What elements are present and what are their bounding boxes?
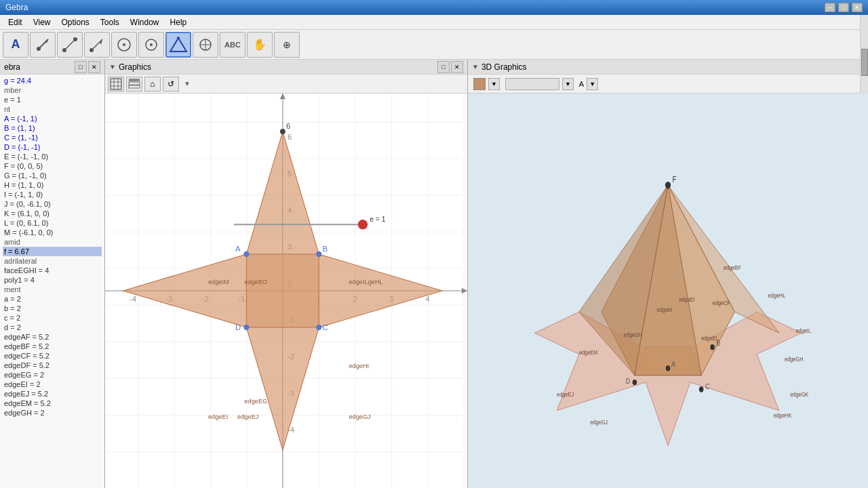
svg-text:F: F: [673, 175, 677, 184]
maximize-button[interactable]: □: [838, 3, 849, 12]
tool-conic[interactable]: [138, 32, 164, 58]
algebra-item: edgeDF = 5.2: [3, 361, 102, 370]
close-button[interactable]: ✕: [852, 3, 863, 12]
graphics-grid-button[interactable]: [108, 77, 124, 92]
algebra-item: edgeBF = 5.2: [3, 342, 102, 351]
style-dropdown[interactable]: [505, 78, 559, 90]
svg-point-51: [243, 251, 249, 257]
svg-point-80: [665, 182, 671, 188]
svg-text:edgeEI: edgeEI: [208, 413, 228, 420]
svg-point-14: [177, 37, 180, 39]
algebra-header: ebra □ ✕: [0, 60, 104, 75]
algebra-item: G = (1, -1, 0): [3, 171, 102, 180]
tool-transform[interactable]: [193, 32, 218, 58]
menu-help[interactable]: Help: [165, 16, 193, 28]
graphics-restore-button[interactable]: □: [437, 61, 450, 73]
graphics-toolbar: ⌂ ↺ ▼: [105, 75, 467, 94]
algebra-item: H = (1, 1, 0): [3, 180, 102, 190]
graphics-title: Graphics: [119, 62, 151, 72]
svg-point-70: [280, 129, 285, 134]
menu-view[interactable]: View: [28, 16, 56, 28]
svg-text:edgeEG: edgeEG: [244, 398, 267, 405]
algebra-item: g = 24.4: [3, 76, 102, 85]
toolbar: A ABC ✋ ⊕: [0, 30, 868, 60]
svg-point-84: [710, 344, 715, 350]
svg-rect-18: [111, 79, 121, 89]
tool-extra[interactable]: ⊕: [274, 32, 300, 58]
graphics-canvas[interactable]: 4 3 2 1 -1 -2 -3 -4 6 5 4 3 2 -: [105, 94, 467, 488]
algebra-item: poly1 = 4: [3, 275, 102, 285]
graphics3d-canvas[interactable]: F A B C D: [468, 94, 868, 488]
algebra-item: f = 6.67: [3, 247, 102, 256]
svg-rect-25: [129, 85, 140, 88]
tool-line[interactable]: [57, 32, 83, 58]
algebra-item: amid: [3, 237, 102, 247]
algebra-restore-button[interactable]: □: [75, 61, 87, 73]
titlebar: Gebra ─ □ ✕: [0, 0, 868, 15]
text-dropdown-btn[interactable]: ▼: [587, 78, 598, 90]
graphics-close-button[interactable]: ✕: [451, 61, 463, 73]
svg-text:6: 6: [288, 132, 292, 140]
svg-text:6: 6: [286, 122, 290, 130]
menu-options[interactable]: Options: [56, 16, 94, 28]
svg-point-10: [123, 43, 125, 46]
algebra-item: I = (-1, 1, 0): [3, 190, 102, 199]
svg-text:edgeGH: edgeGH: [785, 355, 803, 363]
algebra-title: ebra: [4, 62, 20, 72]
algebra-item: edgeEJ = 5.2: [3, 389, 102, 399]
algebra-close-button[interactable]: ✕: [88, 61, 100, 73]
graphics-table-button[interactable]: [126, 77, 142, 92]
algebra-content[interactable]: g = 24.4 mber e = 1 nt A = (-1, 1) B = (…: [0, 75, 104, 488]
algebra-item: c = 2: [3, 313, 102, 323]
graphics-home-button[interactable]: ⌂: [144, 77, 161, 92]
algebra-item: J = (0, -6.1, 0): [3, 199, 102, 209]
svg-text:edgeGJ: edgeGJ: [590, 419, 608, 426]
color-dropdown[interactable]: ▼: [488, 78, 500, 90]
menu-tools[interactable]: Tools: [95, 16, 125, 28]
algebra-item: D = (-1, -1): [3, 142, 102, 152]
algebra-item: edgeGH = 2: [3, 408, 102, 418]
tool-cursor[interactable]: A: [3, 32, 28, 58]
tool-abc[interactable]: ABC: [220, 32, 245, 58]
svg-text:edgeGK: edgeGK: [790, 390, 808, 398]
svg-point-53: [316, 251, 321, 257]
minimize-button[interactable]: ─: [825, 3, 835, 12]
svg-point-82: [666, 365, 671, 371]
svg-marker-50: [246, 254, 319, 327]
algebra-item: edgeAF = 5.2: [3, 332, 102, 342]
svg-text:edgeEJ: edgeEJ: [237, 413, 258, 420]
graphics-rotate-button[interactable]: ↺: [163, 77, 179, 92]
svg-text:edgeIL: edgeIL: [795, 327, 811, 334]
tool-circle[interactable]: [111, 32, 137, 58]
svg-rect-24: [129, 82, 140, 85]
main-area: ebra □ ✕ g = 24.4 mber e = 1 nt A = (-1,…: [0, 60, 868, 488]
canvas3d-svg: F A B C D: [468, 94, 868, 488]
graphics3d-panel: ▼ 3D Graphics ▼ ▼ A ▼: [468, 60, 868, 488]
svg-text:-4: -4: [130, 295, 136, 303]
menu-edit[interactable]: Edit: [3, 16, 28, 28]
svg-text:edgeBF: edgeBF: [724, 264, 741, 271]
svg-text:D: D: [626, 377, 631, 385]
top-panels: ▼ Graphics □ ✕ ⌂ ↺: [105, 60, 868, 488]
color-picker[interactable]: [473, 78, 486, 90]
algebra-item: adrilateral: [3, 256, 102, 266]
svg-text:e = 1: e = 1: [370, 216, 385, 223]
app-title: Gebra: [5, 3, 28, 12]
tool-hand[interactable]: ✋: [247, 32, 273, 58]
svg-text:edgeM: edgeM: [657, 306, 673, 313]
tool-triangle[interactable]: [165, 32, 191, 58]
style-dropdown-btn[interactable]: ▼: [562, 78, 574, 90]
svg-point-12: [150, 43, 153, 46]
tool-arrow[interactable]: [84, 32, 110, 58]
graphics3d-toolbar: ▼ ▼ A ▼: [468, 75, 868, 94]
svg-point-68: [358, 220, 368, 230]
menubar: Edit View Options Tools Window Help: [0, 15, 868, 30]
tool-point[interactable]: [30, 32, 56, 58]
svg-text:edgeILgeHL: edgeILgeHL: [349, 279, 382, 285]
graphics-separator: ▼: [184, 80, 191, 87]
svg-point-55: [316, 325, 321, 330]
menu-window[interactable]: Window: [125, 16, 165, 28]
svg-point-88: [633, 380, 637, 385]
svg-text:edgeGH: edgeGH: [623, 331, 642, 338]
algebra-item: a = 2: [3, 294, 102, 304]
